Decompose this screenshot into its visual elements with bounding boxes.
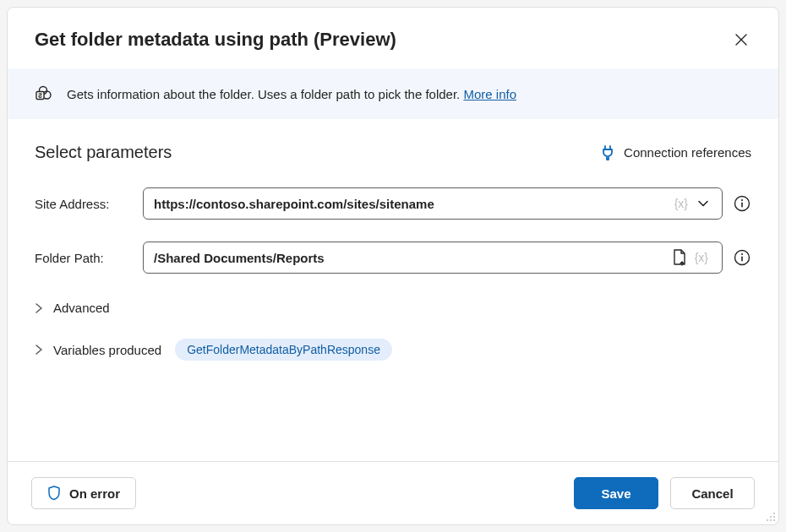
svg-point-9 bbox=[773, 513, 775, 514]
on-error-button[interactable]: On error bbox=[31, 477, 136, 509]
section-title: Select parameters bbox=[35, 143, 172, 162]
banner-text-wrap: Gets information about the folder. Uses … bbox=[67, 87, 516, 101]
sharepoint-icon bbox=[35, 84, 53, 103]
resize-grip-icon bbox=[765, 511, 777, 523]
folder-path-input-box[interactable]: {x} bbox=[143, 242, 723, 274]
cancel-button[interactable]: Cancel bbox=[670, 477, 755, 509]
svg-rect-5 bbox=[741, 203, 743, 208]
info-banner: Gets information about the folder. Uses … bbox=[8, 68, 778, 119]
site-address-info-button[interactable] bbox=[733, 194, 751, 213]
resize-grip[interactable] bbox=[765, 511, 777, 523]
advanced-label: Advanced bbox=[53, 301, 110, 315]
svg-point-13 bbox=[770, 519, 772, 521]
param-row-folder-path: Folder Path: {x} bbox=[35, 242, 751, 274]
svg-point-4 bbox=[741, 199, 743, 201]
footer-actions: Save Cancel bbox=[574, 477, 755, 509]
svg-point-14 bbox=[773, 519, 775, 521]
svg-point-12 bbox=[767, 519, 768, 521]
folder-path-input-wrap: {x} bbox=[143, 242, 751, 274]
site-address-input[interactable] bbox=[154, 197, 669, 211]
variable-token-icon[interactable]: {x} bbox=[690, 251, 713, 264]
save-button[interactable]: Save bbox=[574, 477, 658, 509]
chevron-right-icon[interactable] bbox=[35, 345, 45, 355]
section-header: Select parameters Connection references bbox=[35, 143, 751, 162]
folder-picker-button[interactable] bbox=[669, 249, 690, 266]
chevron-right-icon bbox=[35, 303, 45, 313]
dialog-header: Get folder metadata using path (Preview) bbox=[8, 8, 778, 68]
variables-produced-row: Variables produced GetFolderMetadataByPa… bbox=[35, 334, 751, 366]
folder-path-info-button[interactable] bbox=[733, 248, 751, 267]
dialog-footer: On error Save Cancel bbox=[8, 461, 778, 524]
folder-path-input[interactable] bbox=[154, 251, 669, 265]
param-row-site-address: Site Address: {x} bbox=[35, 187, 751, 220]
banner-text: Gets information about the folder. Uses … bbox=[67, 87, 463, 101]
dialog-title: Get folder metadata using path (Preview) bbox=[35, 29, 396, 51]
dialog: Get folder metadata using path (Preview)… bbox=[7, 7, 779, 525]
close-button[interactable] bbox=[728, 26, 755, 53]
on-error-label: On error bbox=[69, 486, 120, 501]
site-address-input-wrap: {x} bbox=[143, 187, 751, 220]
close-icon bbox=[734, 33, 748, 46]
site-address-label: Site Address: bbox=[35, 197, 128, 211]
svg-point-10 bbox=[770, 516, 772, 518]
variables-produced-label[interactable]: Variables produced bbox=[53, 343, 161, 357]
shield-icon bbox=[47, 486, 61, 501]
variable-token-icon[interactable]: {x} bbox=[669, 197, 693, 210]
dialog-body: Select parameters Connection references … bbox=[8, 119, 778, 461]
connection-references-label: Connection references bbox=[624, 145, 751, 160]
more-info-link[interactable]: More info bbox=[463, 87, 516, 101]
connection-references-button[interactable]: Connection references bbox=[600, 145, 751, 160]
folder-path-label: Folder Path: bbox=[35, 251, 128, 265]
advanced-expander[interactable]: Advanced bbox=[35, 296, 751, 320]
svg-point-7 bbox=[741, 253, 743, 255]
svg-point-11 bbox=[773, 516, 775, 518]
file-picker-icon bbox=[672, 249, 687, 266]
svg-rect-8 bbox=[741, 257, 743, 262]
info-icon bbox=[734, 249, 751, 266]
plug-icon bbox=[600, 145, 615, 160]
site-address-dropdown-button[interactable] bbox=[693, 198, 713, 209]
chevron-down-icon bbox=[697, 198, 709, 209]
site-address-input-box[interactable]: {x} bbox=[143, 187, 723, 220]
info-icon bbox=[734, 195, 751, 212]
variable-chip[interactable]: GetFolderMetadataByPathResponse bbox=[175, 339, 392, 361]
